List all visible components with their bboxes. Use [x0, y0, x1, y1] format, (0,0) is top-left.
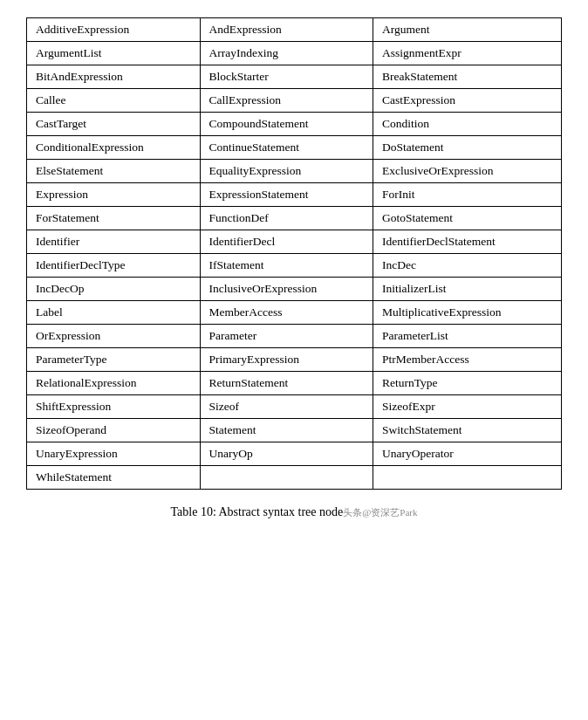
table-cell: Argument [373, 18, 562, 42]
table-cell: UnaryOperator [373, 442, 562, 466]
table-cell: DoStatement [373, 136, 562, 160]
table-cell: AssignmentExpr [373, 42, 562, 65]
table-cell: Expression [27, 183, 201, 207]
table-cell: Label [27, 301, 201, 325]
caption-prefix: Table 10: [171, 505, 216, 518]
table-row: ConditionalExpressionContinueStatementDo… [27, 136, 562, 160]
table-cell: FunctionDef [200, 207, 373, 230]
table-row: BitAndExpressionBlockStarterBreakStateme… [27, 65, 562, 89]
table-cell: IncDec [373, 254, 562, 278]
table-cell: BreakStatement [373, 65, 562, 89]
table-cell: Identifier [27, 230, 201, 254]
table-cell: AndExpression [200, 18, 373, 42]
table-cell: InitializerList [373, 278, 562, 301]
table-cell: BlockStarter [200, 65, 373, 89]
table-cell: ReturnType [373, 372, 562, 395]
table-cell: ForInit [373, 183, 562, 207]
table-cell: Condition [373, 113, 562, 136]
table-cell: CastTarget [27, 113, 201, 136]
table-cell: ShiftExpression [27, 395, 201, 419]
table-cell: WhileStatement [27, 466, 201, 490]
table-cell: Statement [200, 419, 373, 442]
table-cell [200, 466, 373, 490]
table-cell: MultiplicativeExpression [373, 301, 562, 325]
table-row: LabelMemberAccessMultiplicativeExpressio… [27, 301, 562, 325]
table-cell: IdentifierDecl [200, 230, 373, 254]
table-cell: SizeofOperand [27, 419, 201, 442]
table-row: OrExpressionParameterParameterList [27, 325, 562, 348]
table-cell: UnaryOp [200, 442, 373, 466]
table-row: ExpressionExpressionStatementForInit [27, 183, 562, 207]
table-row: ForStatementFunctionDefGotoStatement [27, 207, 562, 230]
ast-node-table: AdditiveExpressionAndExpressionArgumentA… [26, 17, 562, 490]
table-cell: BitAndExpression [27, 65, 201, 89]
caption-text: Abstract syntax tree node [216, 505, 343, 518]
table-cell: UnaryExpression [27, 442, 201, 466]
table-row: CastTargetCompoundStatementCondition [27, 113, 562, 136]
table-row: ShiftExpressionSizeofSizeofExpr [27, 395, 562, 419]
table-row: ElseStatementEqualityExpressionExclusive… [27, 160, 562, 183]
table-row: RelationalExpressionReturnStatementRetur… [27, 372, 562, 395]
table-cell: CompoundStatement [200, 113, 373, 136]
table-cell: ForStatement [27, 207, 201, 230]
table-row: UnaryExpressionUnaryOpUnaryOperator [27, 442, 562, 466]
table-row: ParameterTypePrimaryExpressionPtrMemberA… [27, 348, 562, 372]
table-row: SizeofOperandStatementSwitchStatement [27, 419, 562, 442]
table-cell: Parameter [200, 325, 373, 348]
table-cell: IdentifierDeclType [27, 254, 201, 278]
table-row: CalleeCallExpressionCastExpression [27, 89, 562, 113]
table-cell: IfStatement [200, 254, 373, 278]
table-row: ArgumentListArrayIndexingAssignmentExpr [27, 42, 562, 65]
table-cell: ElseStatement [27, 160, 201, 183]
caption-watermark: 头条@资深艺Park [343, 507, 417, 518]
table-cell: ExpressionStatement [200, 183, 373, 207]
table-cell: CastExpression [373, 89, 562, 113]
table-cell: PrimaryExpression [200, 348, 373, 372]
table-row: IdentifierIdentifierDeclIdentifierDeclSt… [27, 230, 562, 254]
table-cell: ParameterList [373, 325, 562, 348]
table-cell: Callee [27, 89, 201, 113]
table-cell: InclusiveOrExpression [200, 278, 373, 301]
table-cell: SizeofExpr [373, 395, 562, 419]
table-cell: Sizeof [200, 395, 373, 419]
table-cell: IdentifierDeclStatement [373, 230, 562, 254]
table-row: AdditiveExpressionAndExpressionArgument [27, 18, 562, 42]
table-cell: AdditiveExpression [27, 18, 201, 42]
table-row: IdentifierDeclTypeIfStatementIncDec [27, 254, 562, 278]
table-cell: IncDecOp [27, 278, 201, 301]
table-cell: ParameterType [27, 348, 201, 372]
table-cell: ConditionalExpression [27, 136, 201, 160]
table-row: WhileStatement [27, 466, 562, 490]
table-cell: ExclusiveOrExpression [373, 160, 562, 183]
table-cell: SwitchStatement [373, 419, 562, 442]
table-caption: Table 10: Abstract syntax tree node头条@资深… [171, 505, 418, 519]
table-cell: ArrayIndexing [200, 42, 373, 65]
table-cell: OrExpression [27, 325, 201, 348]
table-cell: CallExpression [200, 89, 373, 113]
table-cell: EqualityExpression [200, 160, 373, 183]
table-cell: ContinueStatement [200, 136, 373, 160]
table-cell: MemberAccess [200, 301, 373, 325]
table-cell: GotoStatement [373, 207, 562, 230]
table-cell: ReturnStatement [200, 372, 373, 395]
table-cell [373, 466, 562, 490]
table-cell: PtrMemberAccess [373, 348, 562, 372]
table-cell: ArgumentList [27, 42, 201, 65]
table-cell: RelationalExpression [27, 372, 201, 395]
table-row: IncDecOpInclusiveOrExpressionInitializer… [27, 278, 562, 301]
